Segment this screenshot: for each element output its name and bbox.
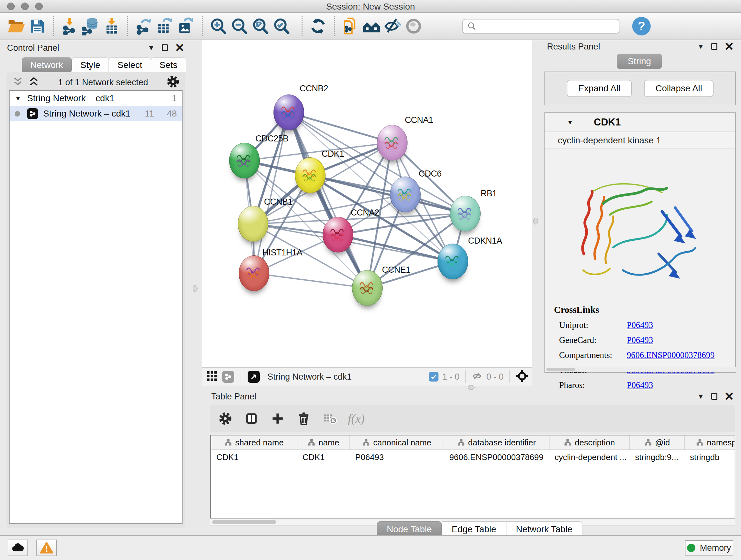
fit-selected-crosshair-icon[interactable] <box>516 370 529 384</box>
table-cell[interactable]: stringdb <box>685 450 735 464</box>
column-header-canonical-name[interactable]: canonical name <box>350 435 444 449</box>
vertical-splitter-handle[interactable] <box>533 218 538 225</box>
crosslink-link[interactable]: P06493 <box>627 320 653 330</box>
crosslink-link[interactable]: P06493 <box>627 380 653 390</box>
scrollbar-thumb[interactable] <box>212 520 276 524</box>
collapse-panel-icon[interactable]: ▼ <box>148 44 155 51</box>
import-network-database-icon[interactable] <box>80 16 101 37</box>
delete-column-trash-icon[interactable] <box>295 410 312 427</box>
close-panel-icon[interactable]: ✕ <box>724 392 734 401</box>
table-cell[interactable]: cyclin-dependent ... <box>549 450 630 464</box>
network-badge-gray-icon[interactable] <box>222 371 234 383</box>
zoom-in-icon[interactable] <box>208 16 229 37</box>
tab-sets[interactable]: Sets <box>151 57 186 73</box>
float-panel-icon[interactable] <box>711 393 718 400</box>
tab-network[interactable]: Network <box>22 57 72 73</box>
import-table-file-icon[interactable] <box>101 16 122 37</box>
tab-select[interactable]: Select <box>109 57 151 73</box>
table-cell[interactable]: 9606.ENSP00000378699 <box>444 450 549 464</box>
create-column-plus-icon[interactable] <box>269 410 286 427</box>
export-image-icon[interactable] <box>176 16 197 37</box>
network-node-ccna1[interactable] <box>377 125 408 161</box>
import-network-file-icon[interactable] <box>59 16 80 37</box>
export-network-icon[interactable] <box>133 16 154 37</box>
column-header-name[interactable]: name <box>297 435 350 449</box>
horizontal-splitter-handle[interactable] <box>468 385 475 390</box>
delete-table-icon[interactable] <box>322 410 338 427</box>
close-panel-icon[interactable]: ✕ <box>175 44 185 53</box>
collapse-all-button[interactable]: Collapse All <box>644 80 714 97</box>
clone-network-icon[interactable] <box>340 16 361 37</box>
column-header-database-identifier[interactable]: database identifier <box>444 435 549 449</box>
export-table-icon[interactable] <box>154 16 176 37</box>
function-builder-icon[interactable]: f(x) <box>348 412 365 426</box>
table-options-gear-icon[interactable] <box>217 410 233 427</box>
network-node-cdc25b[interactable] <box>229 143 260 179</box>
column-header-namespace[interactable]: namespace <box>685 435 735 449</box>
open-session-icon[interactable] <box>6 16 27 37</box>
zoom-out-icon[interactable] <box>229 16 250 37</box>
card-expand-icon[interactable]: ▼ <box>567 118 574 126</box>
node-count: 11 <box>145 109 154 119</box>
save-session-icon[interactable] <box>27 16 48 37</box>
table-cell[interactable]: P06493 <box>350 450 444 464</box>
search-input[interactable] <box>479 21 615 31</box>
gene-card-header[interactable]: ▼ CDK1 <box>545 113 735 132</box>
tab-string[interactable]: String <box>617 54 662 69</box>
table-cell[interactable]: CDK1 <box>211 450 297 464</box>
close-panel-icon[interactable]: ✕ <box>724 42 734 51</box>
network-edge[interactable] <box>338 235 453 261</box>
node-table[interactable]: shared namenamecanonical namedatabase id… <box>210 435 735 518</box>
collapse-panel-icon[interactable]: ▼ <box>697 393 704 400</box>
network-row-selected[interactable]: String Network – cdk1 11 48 <box>10 106 182 121</box>
network-edge[interactable] <box>289 112 367 288</box>
help-icon[interactable]: ? <box>632 17 651 36</box>
birdseye-grid-icon[interactable] <box>206 370 218 383</box>
network-edge[interactable] <box>254 273 367 288</box>
table-cell[interactable]: CDK1 <box>297 450 350 464</box>
network-node-cdc6[interactable] <box>390 177 421 212</box>
network-node-ccnb1[interactable] <box>238 206 268 242</box>
tab-style[interactable]: Style <box>72 57 109 73</box>
show-all-eye-icon[interactable] <box>403 16 424 37</box>
float-panel-icon[interactable] <box>162 44 168 51</box>
collapse-all-networks-icon[interactable] <box>12 76 23 89</box>
network-collection-row[interactable]: ▼ String Network – cdk1 1 <box>10 91 182 106</box>
expand-all-networks-icon[interactable] <box>28 76 40 89</box>
expand-all-button[interactable]: Expand All <box>567 80 632 97</box>
refresh-icon[interactable] <box>308 16 329 37</box>
search-box[interactable] <box>462 19 619 34</box>
cloud-status-button[interactable] <box>8 540 28 556</box>
tree-expand-icon[interactable]: ▼ <box>15 95 21 102</box>
float-panel-icon[interactable] <box>711 43 718 50</box>
network-node-ccna2[interactable] <box>323 217 353 253</box>
zoom-selected-icon[interactable] <box>271 16 292 37</box>
hidden-eye-slash-icon[interactable] <box>472 371 482 383</box>
network-overview-houses-icon[interactable] <box>361 16 382 37</box>
network-canvas[interactable]: CCNB2CCNA1CDC25BCDK1CDC6RB1CCNB1CCNA2CDK… <box>202 40 532 367</box>
column-header-@id[interactable]: @id <box>630 435 685 449</box>
network-options-gear-icon[interactable] <box>166 75 179 89</box>
warnings-button[interactable] <box>37 540 57 556</box>
card-scrollbar[interactable] <box>546 367 736 372</box>
network-node-ccnb2[interactable] <box>273 95 304 130</box>
collapse-panel-icon[interactable]: ▼ <box>697 43 704 50</box>
selected-checkbox-icon[interactable] <box>429 372 439 381</box>
network-node-cdk1[interactable] <box>295 158 326 193</box>
show-columns-icon[interactable] <box>243 410 260 427</box>
open-in-window-arrow-icon[interactable] <box>248 371 260 383</box>
memory-button[interactable]: Memory <box>685 540 733 556</box>
vertical-splitter-handle[interactable] <box>193 285 198 292</box>
column-header-description[interactable]: description <box>549 435 630 449</box>
zoom-fit-icon[interactable] <box>250 16 271 37</box>
network-node-cdkn1a[interactable] <box>437 244 468 279</box>
table-cell[interactable]: stringdb:9... <box>630 450 685 464</box>
network-node-hist1h1a[interactable] <box>239 255 269 291</box>
crosslink-link[interactable]: P06493 <box>627 335 653 345</box>
crosslink-link[interactable]: 9606.ENSP00000378699 <box>627 350 715 360</box>
network-node-rb1[interactable] <box>450 196 481 232</box>
hide-selected-eye-slash-icon[interactable] <box>382 16 403 37</box>
network-edge[interactable] <box>289 112 392 142</box>
column-header-shared-name[interactable]: shared name <box>211 435 297 449</box>
network-node-ccne1[interactable] <box>352 270 383 306</box>
